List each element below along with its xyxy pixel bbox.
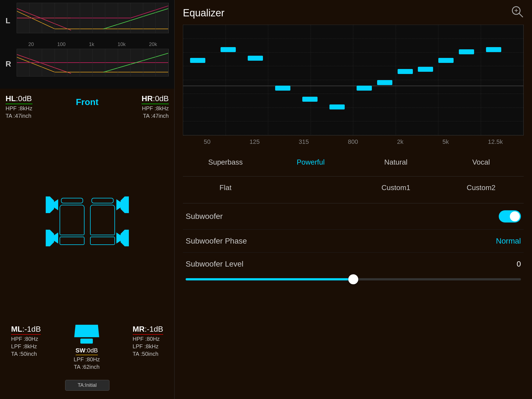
hl-ta: TA :47inch — [6, 113, 32, 119]
eq-bar-125[interactable] — [221, 47, 236, 52]
subwoofer-slider-container — [183, 275, 524, 287]
svg-marker-16 — [121, 196, 129, 213]
eq-bar-1k6[interactable] — [377, 80, 392, 85]
svg-marker-14 — [46, 230, 54, 246]
ml-ta: TA :50inch — [11, 351, 41, 357]
subwoofer-toggle[interactable] — [499, 210, 521, 222]
svg-marker-18 — [121, 230, 129, 246]
car-seats — [60, 198, 115, 245]
sub-visual — [74, 325, 99, 344]
preset-row-2: Flat Custom1 Custom2 — [183, 178, 524, 198]
right-panel: Equalizer — [175, 0, 532, 399]
ml-hpf: HPF :80Hz — [11, 336, 41, 342]
freq-graph-L[interactable] — [17, 3, 169, 33]
seat-headrest-right — [91, 198, 114, 203]
mr-info: MR:-1dB HPF :80Hz LPF :8kHz TA :50inch — [133, 325, 163, 357]
hl-info: HL:0dB HPF :8kHz TA :47inch — [6, 94, 32, 119]
preset-row-1: Superbass Powerful Natural Vocal — [183, 152, 524, 172]
preset-custom2[interactable]: Custom2 — [439, 178, 524, 198]
mr-ta: TA :50inch — [133, 351, 163, 357]
eq-bar-2k[interactable] — [398, 69, 413, 74]
speaker-zone: HL:0dB HPF :8kHz TA :47inch HR:0dB HPF :… — [0, 89, 174, 399]
hr-info: HR:0dB HPF :8kHz TA :47inch — [142, 94, 169, 119]
freq-channel-R: R — [6, 49, 169, 79]
speaker-icon-BL — [44, 227, 60, 249]
right-speakers — [115, 194, 130, 249]
ml-lpf: LPF :8kHz — [11, 343, 41, 350]
eq-bar-200[interactable] — [248, 56, 263, 61]
sw-ta: TA :62inch — [74, 364, 99, 370]
seat-bottom-left — [60, 237, 85, 245]
eq-bar-5k[interactable] — [438, 58, 454, 63]
subwoofer-slider-track[interactable] — [186, 278, 521, 280]
speaker-icon-TL — [44, 194, 60, 216]
sw-lpf: LPF :80Hz — [74, 356, 100, 363]
subwoofer-slider-thumb[interactable] — [348, 274, 358, 284]
speaker-icon-TR — [115, 194, 130, 216]
ml-name: ML:-1dB — [11, 325, 41, 335]
freq-display: L — [0, 0, 174, 89]
preset-natural[interactable]: Natural — [353, 152, 439, 172]
zoom-icon[interactable] — [511, 6, 524, 21]
svg-marker-13 — [54, 199, 58, 210]
eq-freq-labels: 50 125 315 800 2k 5k 12.5k — [183, 138, 524, 145]
preset-divider — [183, 176, 524, 177]
speaker-icon-BR — [115, 227, 130, 249]
svg-marker-19 — [116, 232, 121, 244]
channel-R-label: R — [6, 60, 14, 68]
eq-bar-315k[interactable] — [418, 67, 433, 72]
ml-info: ML:-1dB HPF :80Hz LPF :8kHz TA :50inch — [11, 325, 41, 357]
subwoofer-level-row: Subwoofer Level 0 — [183, 253, 524, 275]
svg-marker-15 — [54, 232, 58, 244]
subwoofer-phase-value[interactable]: Normal — [496, 237, 521, 245]
mr-lpf: LPF :8kHz — [133, 343, 163, 350]
eq-bar-315[interactable] — [275, 86, 290, 91]
zoom-in-icon — [511, 6, 524, 18]
left-speakers — [44, 194, 60, 249]
freq-graph-R[interactable] — [17, 49, 169, 76]
sw-info: SW:0dB LPF :80Hz TA :62inch — [74, 325, 100, 370]
preset-vocal[interactable]: Vocal — [439, 152, 524, 172]
sw-name: SW:0dB — [76, 347, 98, 355]
eq-header: Equalizer — [183, 6, 524, 21]
eq-bar-1k[interactable] — [357, 86, 372, 91]
preset-powerful[interactable]: Powerful — [268, 152, 354, 172]
eq-bar-50[interactable] — [190, 58, 205, 63]
bottom-channel-info: ML:-1dB HPF :80Hz LPF :8kHz TA :50inch S… — [6, 321, 169, 374]
preset-empty — [268, 178, 354, 198]
hr-hpf: HPF :8kHz — [142, 105, 169, 112]
hr-ta: TA :47inch — [143, 113, 169, 119]
eq-bar-125k[interactable] — [486, 47, 501, 52]
subwoofer-phase-label: Subwoofer Phase — [186, 237, 247, 245]
speaker-visual — [6, 127, 169, 315]
subwoofer-label: Subwoofer — [186, 212, 223, 221]
toggle-knob — [510, 211, 520, 221]
eq-graph[interactable] — [183, 25, 524, 135]
preset-custom1[interactable]: Custom1 — [353, 178, 439, 198]
subwoofer-phase-row: Subwoofer Phase Normal — [183, 230, 524, 253]
svg-line-21 — [519, 13, 523, 17]
eq-bar-8k[interactable] — [459, 49, 474, 54]
eq-bar-800[interactable] — [329, 104, 345, 109]
preset-flat[interactable]: Flat — [183, 178, 268, 198]
mr-name: MR:-1dB — [133, 325, 163, 335]
seat-bottom-right — [90, 237, 115, 245]
freq-labels-top: 20 100 1k 10k 20k — [17, 42, 169, 47]
eq-title: Equalizer — [183, 7, 224, 19]
ta-initial-button[interactable]: TA:Initial — [65, 380, 109, 391]
svg-marker-17 — [116, 199, 121, 210]
hl-hpf: HPF :8kHz — [6, 105, 32, 112]
ta-initial-area: TA:Initial — [6, 377, 169, 393]
left-panel: L — [0, 0, 175, 399]
seat-back-right — [90, 205, 115, 235]
mr-hpf: HPF :80Hz — [133, 336, 163, 342]
eq-bar-500[interactable] — [302, 97, 318, 102]
seat-back-left — [60, 205, 85, 235]
sub-base — [80, 339, 93, 344]
front-label: Front — [76, 97, 99, 107]
seat-right — [90, 198, 115, 245]
sub-cone — [74, 325, 99, 337]
preset-superbass[interactable]: Superbass — [183, 152, 268, 172]
hl-name: HL:0dB — [6, 94, 32, 104]
control-section: Subwoofer Subwoofer Phase Normal Subwoof… — [183, 203, 524, 287]
